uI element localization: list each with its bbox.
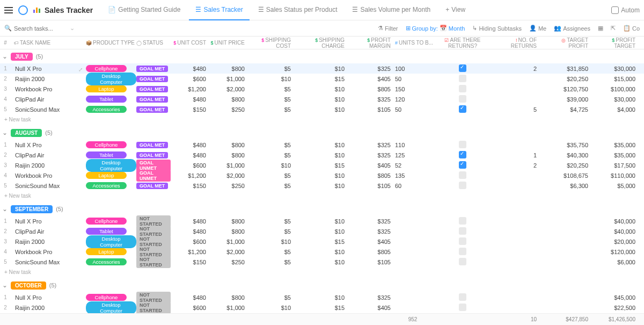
returns-cell[interactable]	[435, 293, 491, 302]
profit-target-cell[interactable]: $30,000	[592, 96, 640, 103]
product-type-cell[interactable]: Laptop	[86, 85, 136, 92]
shipping-cost-cell[interactable]: $5	[249, 142, 295, 148]
col-profit-margin[interactable]: $PROFIT MARGIN	[349, 37, 395, 49]
returns-cell[interactable]	[435, 171, 491, 180]
num-returns-cell[interactable]: 2	[491, 162, 541, 169]
target-profit-cell[interactable]: $20,250	[541, 76, 592, 82]
units-cell[interactable]: 150	[395, 86, 435, 92]
profit-target-cell[interactable]: $35,000	[592, 142, 640, 148]
new-task-button[interactable]: + New task	[0, 114, 644, 126]
unit-cost-cell[interactable]: $480	[171, 294, 210, 301]
unit-cost-cell[interactable]: $600	[171, 162, 210, 169]
status-cell[interactable]: GOAL UNMET	[136, 170, 171, 182]
units-cell[interactable]: 50	[395, 106, 435, 113]
task-name-cell[interactable]: SonicSound Max	[11, 183, 86, 189]
unit-price-cell[interactable]: $1,000	[210, 305, 249, 311]
returns-cell[interactable]	[435, 75, 491, 83]
checkbox-icon[interactable]	[459, 227, 466, 235]
unit-price-cell[interactable]: $1,000	[210, 162, 249, 169]
unit-price-cell[interactable]: $250	[210, 106, 249, 113]
profit-target-cell[interactable]: $30,000	[592, 66, 640, 72]
unit-cost-cell[interactable]: $150	[171, 259, 210, 265]
returns-cell[interactable]	[435, 182, 491, 190]
checkbox-icon[interactable]	[459, 237, 466, 245]
returns-cell[interactable]	[435, 151, 491, 160]
unit-price-cell[interactable]: $800	[210, 228, 249, 235]
profit-target-cell[interactable]: $120,000	[592, 249, 640, 255]
tab-sales-status[interactable]: ☰Sales Status per Product	[252, 0, 344, 20]
checkbox-icon[interactable]	[459, 95, 466, 103]
table-row[interactable]: 3 Raijin 2000 Desktop Computer NOT START…	[0, 236, 644, 247]
profit-target-cell[interactable]: $4,000	[592, 106, 640, 113]
task-name-cell[interactable]: Raijin 2000	[11, 239, 86, 245]
units-cell[interactable]: 135	[395, 172, 435, 179]
product-type-cell[interactable]: Tablet	[86, 96, 136, 103]
collapse-icon[interactable]: ⇱	[611, 25, 616, 32]
unit-price-cell[interactable]: $250	[210, 183, 249, 189]
shipping-charge-cell[interactable]: $15	[295, 76, 349, 82]
product-type-cell[interactable]: Desktop Computer	[86, 73, 136, 85]
co-button[interactable]: 📋 Co	[623, 25, 640, 32]
profit-margin-cell[interactable]: $405	[349, 239, 395, 245]
month-pill[interactable]: AUGUST	[11, 129, 42, 137]
table-row[interactable]: 5 SonicSound Max Accessories GOAL MET $1…	[0, 180, 644, 191]
chevron-down-icon[interactable]: ⌄	[2, 53, 8, 60]
me-button[interactable]: 👤Me	[529, 25, 546, 32]
returns-cell[interactable]	[435, 217, 491, 226]
shipping-charge-cell[interactable]: $10	[295, 86, 349, 92]
units-cell[interactable]: 100	[395, 66, 435, 72]
unit-cost-cell[interactable]: $600	[171, 239, 210, 245]
task-name-cell[interactable]: SonicSound Max	[11, 106, 86, 113]
target-profit-cell[interactable]: $35,750	[541, 142, 592, 148]
product-type-cell[interactable]: Cellphone	[86, 141, 136, 148]
unit-cost-cell[interactable]: $1,200	[171, 86, 210, 92]
task-name-cell[interactable]: Workbook Pro	[11, 249, 86, 255]
unit-price-cell[interactable]: $2,000	[210, 86, 249, 92]
checkbox-icon[interactable]	[459, 75, 466, 82]
shipping-cost-cell[interactable]: $5	[249, 96, 295, 103]
checkbox-icon[interactable]	[459, 248, 466, 255]
unit-cost-cell[interactable]: $480	[171, 218, 210, 225]
unit-price-cell[interactable]: $2,000	[210, 172, 249, 179]
automation-button[interactable]: Autom	[611, 6, 640, 14]
task-name-cell[interactable]: SonicSound Max	[11, 259, 86, 265]
units-cell[interactable]: 50	[395, 76, 435, 82]
shipping-cost-cell[interactable]: $5	[249, 249, 295, 255]
profit-margin-cell[interactable]: $805	[349, 86, 395, 92]
profit-target-cell[interactable]: $5,000	[592, 183, 640, 189]
checkbox-icon[interactable]	[459, 182, 466, 189]
shipping-cost-cell[interactable]: $5	[249, 152, 295, 158]
profit-target-cell[interactable]: $40,000	[592, 218, 640, 225]
chevron-down-icon[interactable]: ⌄	[2, 281, 8, 289]
assignees-button[interactable]: 👥Assignees	[554, 25, 590, 32]
table-row[interactable]: 1 Null X Pro Cellphone NOT STARTED $480 …	[0, 216, 644, 226]
shipping-cost-cell[interactable]: $5	[249, 106, 295, 113]
profit-margin-cell[interactable]: $325	[349, 96, 395, 103]
product-type-cell[interactable]: Desktop Computer	[86, 301, 136, 314]
unit-price-cell[interactable]: $1,000	[210, 76, 249, 82]
product-type-cell[interactable]: Cellphone	[86, 294, 136, 301]
col-product-type[interactable]: 📦PRODUCT TYPE	[86, 40, 136, 46]
unit-price-cell[interactable]: $800	[210, 96, 249, 103]
profit-margin-cell[interactable]: $105	[349, 183, 395, 189]
returns-cell[interactable]	[435, 248, 491, 256]
unit-cost-cell[interactable]: $480	[171, 142, 210, 148]
col-num[interactable]: #	[0, 40, 11, 46]
shipping-cost-cell[interactable]: $10	[249, 239, 295, 245]
checkbox-icon[interactable]	[459, 217, 466, 225]
task-name-cell[interactable]: ClipPad Air	[11, 152, 86, 158]
returns-cell[interactable]	[435, 64, 491, 73]
table-row[interactable]: 2 Raijin 2000 Desktop Computer GOAL MET …	[0, 74, 644, 84]
profit-target-cell[interactable]: $45,000	[592, 294, 640, 301]
table-row[interactable]: 4 ClipPad Air Tablet GOAL MET $480 $800 …	[0, 94, 644, 104]
task-name-cell[interactable]: Workbook Pro	[11, 86, 86, 92]
checkbox-icon[interactable]	[459, 85, 466, 92]
units-cell[interactable]: 52	[395, 162, 435, 169]
task-name-cell[interactable]: ClipPad Air	[11, 228, 86, 235]
unit-cost-cell[interactable]: $480	[171, 152, 210, 158]
shipping-cost-cell[interactable]: $5	[249, 66, 295, 72]
product-type-cell[interactable]: Tablet	[86, 228, 136, 235]
returns-cell[interactable]	[435, 161, 491, 170]
expand-icon[interactable]: ⤢	[78, 67, 83, 73]
product-type-cell[interactable]: Laptop	[86, 172, 136, 179]
